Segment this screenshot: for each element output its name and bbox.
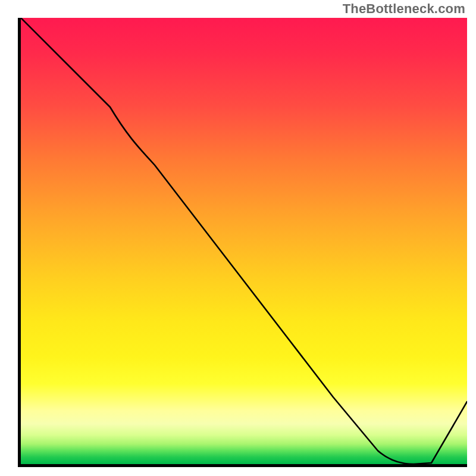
bottleneck-curve	[21, 18, 467, 464]
watermark-text: TheBottleneck.com	[343, 1, 465, 17]
plot-area	[18, 18, 467, 467]
curve-path	[21, 18, 467, 464]
chart-page: TheBottleneck.com	[0, 0, 476, 476]
